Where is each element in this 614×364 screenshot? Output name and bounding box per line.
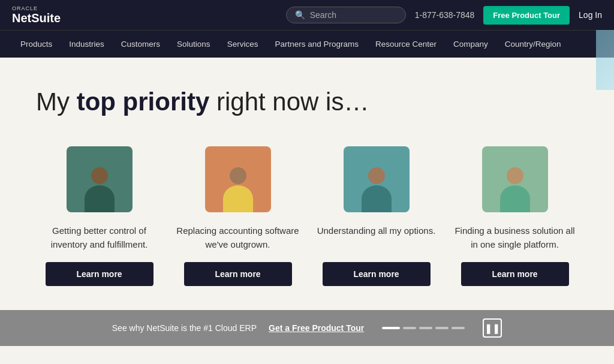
card-image-options <box>344 146 410 212</box>
person-figure-3 <box>362 167 392 212</box>
learn-more-btn-accounting[interactable]: Learn more <box>184 262 292 286</box>
person-figure-1 <box>85 167 115 212</box>
top-bar: ORACLE NetSuite 🔍 Search 1-877-638-7848 … <box>0 0 614 30</box>
person-body-1 <box>85 185 115 212</box>
person-body-3 <box>362 185 392 212</box>
card-platform: Finding a business solution all in one s… <box>452 146 578 286</box>
nav-bar: Products Industries Customers Solutions … <box>0 30 614 58</box>
card-image-inventory <box>67 146 133 212</box>
hero-title-bold: top priority <box>77 88 210 116</box>
dot-4 <box>435 327 449 329</box>
person-figure-2 <box>223 167 253 212</box>
search-label: Search <box>310 10 336 20</box>
top-bar-right: 🔍 Search 1-877-638-7848 Free Product Tou… <box>286 6 602 25</box>
logo-netsuite: NetSuite <box>12 11 61 25</box>
nav-item-industries[interactable]: Industries <box>61 31 113 58</box>
learn-more-btn-inventory[interactable]: Learn more <box>46 262 154 286</box>
card-inventory: Getting better control of inventory and … <box>36 146 162 286</box>
card-text-accounting: Replacing accounting software we've outg… <box>174 224 301 251</box>
learn-more-btn-options[interactable]: Learn more <box>323 262 431 286</box>
banner-link[interactable]: Get a Free Product Tour <box>269 323 364 333</box>
logo-oracle: ORACLE <box>12 5 61 11</box>
nav-item-solutions[interactable]: Solutions <box>168 31 219 58</box>
person-figure-4 <box>500 167 530 212</box>
hero-title-suffix: right now is… <box>209 88 369 116</box>
banner-text: See why NetSuite is the #1 Cloud ERP <box>112 323 257 333</box>
person-body-2 <box>223 185 253 212</box>
nav-item-resource[interactable]: Resource Center <box>367 31 445 58</box>
nav-item-country[interactable]: Country/Region <box>496 31 570 58</box>
card-image-accounting <box>205 146 271 212</box>
card-text-inventory: Getting better control of inventory and … <box>36 224 162 251</box>
dot-1 <box>382 327 400 329</box>
progress-dots <box>382 327 465 329</box>
person-head-1 <box>91 167 108 184</box>
search-icon: 🔍 <box>295 10 305 20</box>
nav-item-products[interactable]: Products <box>12 31 61 58</box>
hero-title-prefix: My <box>36 88 77 116</box>
card-image-platform <box>482 146 548 212</box>
person-head-3 <box>368 167 385 184</box>
dot-2 <box>403 327 416 329</box>
free-product-tour-button[interactable]: Free Product Tour <box>483 6 570 25</box>
hero-title: My top priority right now is… <box>36 88 578 116</box>
cards-row: Getting better control of inventory and … <box>36 146 578 286</box>
person-head-2 <box>230 167 246 184</box>
pause-button[interactable]: ❚❚ <box>483 318 502 338</box>
nav-item-services[interactable]: Services <box>219 31 267 58</box>
corner-decoration <box>596 30 614 90</box>
card-options: Understanding all my options. Learn more <box>313 146 440 286</box>
login-button[interactable]: Log In <box>579 10 602 20</box>
logo-area: ORACLE NetSuite <box>12 5 61 25</box>
learn-more-btn-platform[interactable]: Learn more <box>461 262 569 286</box>
dot-3 <box>419 327 432 329</box>
card-text-platform: Finding a business solution all in one s… <box>452 224 578 251</box>
nav-item-partners[interactable]: Partners and Programs <box>266 31 367 58</box>
phone-number: 1-877-638-7848 <box>415 10 475 20</box>
person-head-4 <box>507 167 523 184</box>
nav-item-customers[interactable]: Customers <box>113 31 168 58</box>
card-text-options: Understanding all my options. <box>317 224 436 251</box>
search-box[interactable]: 🔍 Search <box>286 7 406 23</box>
card-accounting: Replacing accounting software we've outg… <box>174 146 301 286</box>
dot-5 <box>452 327 465 329</box>
bottom-banner: See why NetSuite is the #1 Cloud ERP Get… <box>0 310 614 346</box>
person-body-4 <box>500 185 530 212</box>
nav-item-company[interactable]: Company <box>445 31 496 58</box>
main-content: My top priority right now is… Getting be… <box>0 58 614 310</box>
